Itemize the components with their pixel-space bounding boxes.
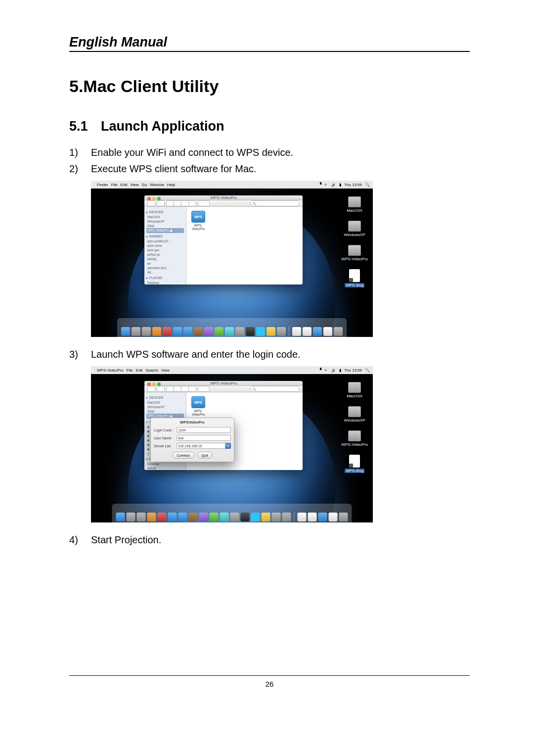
- app-file[interactable]: WPS WPS-VideoPro: [190, 211, 206, 231]
- dock[interactable]: [112, 504, 352, 522]
- dock-icon[interactable]: [292, 327, 301, 336]
- dock-icon[interactable]: [318, 513, 327, 521]
- connect-button[interactable]: Connect: [173, 452, 194, 459]
- dock-icon[interactable]: [189, 513, 198, 521]
- dock-icon[interactable]: [282, 513, 291, 521]
- dock-icon[interactable]: [199, 513, 208, 521]
- login-code-input[interactable]: 1234: [177, 427, 231, 433]
- sidebar-item[interactable]: iDisk: [146, 224, 184, 228]
- finder-content: WPS WPS-VideoPro: [186, 207, 303, 284]
- dock-icon[interactable]: [329, 513, 338, 521]
- quit-button[interactable]: Quit: [197, 452, 213, 459]
- finder-toolbar: [144, 200, 303, 207]
- dock[interactable]: [117, 318, 347, 337]
- sidebar-item[interactable]: amt-sw38b187…: [146, 239, 184, 243]
- dock-finder-icon[interactable]: [121, 327, 130, 336]
- window-controls[interactable]: [147, 197, 161, 200]
- dock-icon[interactable]: [152, 327, 161, 336]
- dock-icon[interactable]: [168, 513, 177, 521]
- forward-button[interactable]: [157, 386, 165, 392]
- desktop-drive[interactable]: MacOSX: [341, 382, 368, 398]
- dock-icon[interactable]: [158, 513, 167, 521]
- desktop-drive[interactable]: WPS-VideoPro: [341, 245, 368, 261]
- dock-icon[interactable]: [267, 327, 275, 336]
- dock-icon[interactable]: [272, 513, 281, 521]
- search-input[interactable]: [250, 200, 300, 206]
- sidebar-item[interactable]: aobr-chna: [146, 243, 184, 248]
- sidebar-item[interactable]: arthur-pc: [146, 252, 184, 257]
- sidebar-item[interactable]: All…: [146, 270, 184, 275]
- sidebar-item[interactable]: WindowsXP: [146, 219, 184, 224]
- dock-icon[interactable]: [230, 513, 239, 521]
- sidebar-item[interactable]: awUtil: [146, 466, 184, 470]
- sidebar-item[interactable]: Desktop: [146, 462, 184, 466]
- dock-icon[interactable]: [142, 327, 151, 336]
- section-number: 5.: [69, 77, 83, 95]
- sidebar-item[interactable]: av: [146, 261, 184, 266]
- app-file[interactable]: WPS WPS-VideoPro: [190, 396, 206, 416]
- spotlight-icon: 🔍: [365, 183, 370, 187]
- desktop-drive[interactable]: MacOSX: [341, 196, 368, 213]
- dock-icon[interactable]: [137, 513, 146, 521]
- desktop-alias[interactable]: WPS.dmg: [341, 455, 368, 473]
- dock-icon[interactable]: [303, 327, 312, 336]
- dock-icon[interactable]: [235, 327, 244, 336]
- dock-trash-icon[interactable]: [334, 327, 343, 336]
- dock-icon[interactable]: [210, 513, 219, 521]
- desktop-drive[interactable]: WindowsXP: [341, 221, 368, 237]
- sidebar-item[interactable]: Desktop: [146, 281, 184, 284]
- dock-icon[interactable]: [241, 513, 250, 521]
- desktop-drive[interactable]: WindowsXP: [341, 406, 368, 423]
- action-button[interactable]: [198, 386, 210, 392]
- dock-icon[interactable]: [323, 327, 332, 336]
- sidebar-item[interactable]: MacOSX: [146, 215, 184, 219]
- desktop-alias[interactable]: WPS.dmg: [341, 269, 368, 287]
- dock-icon[interactable]: [132, 327, 140, 336]
- dock-icon[interactable]: [225, 327, 234, 336]
- dock-icon[interactable]: [220, 513, 229, 521]
- dock-icon[interactable]: [256, 327, 265, 336]
- sidebar-item-selected[interactable]: WPS-VideoPro ⏏: [146, 228, 184, 233]
- forward-button[interactable]: [157, 200, 165, 206]
- view-segment[interactable]: [166, 200, 196, 206]
- search-input[interactable]: [250, 386, 300, 392]
- server-list-select[interactable]: 192.168.100.10 ▾: [177, 443, 231, 449]
- dock-icon[interactable]: [262, 513, 270, 521]
- user-name-input[interactable]: test: [177, 435, 231, 441]
- desktop: WPS-VideoPro ▸ DEVICES: [91, 374, 373, 522]
- sidebar-item[interactable]: WindowsXP: [146, 405, 184, 409]
- sidebar-item[interactable]: iDisk: [146, 409, 184, 414]
- desktop-drive[interactable]: WPS-VideoPro: [341, 430, 368, 447]
- dock-icon[interactable]: [163, 327, 172, 336]
- dock-icon[interactable]: [127, 513, 135, 521]
- dock-icon[interactable]: [251, 513, 260, 521]
- menubar-item: Search: [145, 368, 158, 373]
- back-button[interactable]: [147, 200, 155, 206]
- view-segment[interactable]: [166, 386, 196, 392]
- dock-icon[interactable]: [215, 327, 223, 336]
- dock-icon[interactable]: [147, 513, 156, 521]
- dock-icon[interactable]: [313, 327, 322, 336]
- app-icon: WPS: [191, 211, 205, 223]
- dock-icon[interactable]: [246, 327, 255, 336]
- volume-icon: 🔊: [331, 368, 336, 373]
- dock-icon[interactable]: [173, 327, 182, 336]
- dock-finder-icon[interactable]: [116, 513, 125, 521]
- sidebar-item[interactable]: MacOSX: [146, 400, 184, 405]
- sidebar-item[interactable]: awindinc-bbs…: [146, 266, 184, 270]
- action-button[interactable]: [198, 200, 210, 206]
- dock-icon[interactable]: [308, 513, 317, 521]
- dock-icon[interactable]: [183, 327, 192, 336]
- dock-trash-icon[interactable]: [339, 513, 348, 521]
- clock: Thu 13:59: [344, 183, 362, 187]
- dock-icon[interactable]: [194, 327, 203, 336]
- sidebar-item[interactable]: aobr-jan: [146, 248, 184, 252]
- dock-icon[interactable]: [277, 327, 286, 336]
- back-button[interactable]: [147, 386, 155, 392]
- dock-icon[interactable]: [204, 327, 213, 336]
- dock-icon[interactable]: [298, 513, 307, 521]
- dock-icon[interactable]: [178, 513, 187, 521]
- window-controls[interactable]: [147, 382, 161, 386]
- sidebar-item[interactable]: ashley: [146, 257, 184, 261]
- chevron-down-icon[interactable]: ▾: [225, 443, 231, 449]
